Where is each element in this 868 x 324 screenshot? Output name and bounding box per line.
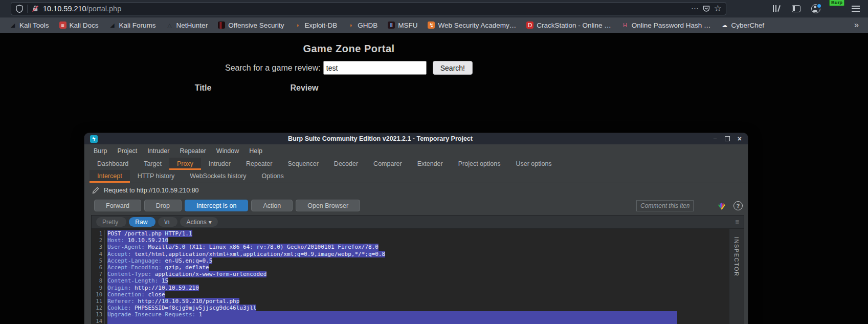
view-control-pill[interactable]: Raw: [129, 217, 155, 227]
line-number: 2: [92, 237, 104, 244]
intercept-action-button[interactable]: Open Browser: [296, 200, 360, 211]
bookmarks-overflow-chevron[interactable]: »: [854, 20, 859, 30]
bookmark-item[interactable]: D CrackStation - Online …: [521, 17, 616, 33]
line-number: 11: [92, 298, 104, 305]
view-control-pill[interactable]: Pretty: [96, 217, 126, 227]
request-line[interactable]: 14: [92, 318, 729, 324]
search-form: Search for a game review: Search!: [0, 61, 698, 75]
bookmark-label: Kali Forums: [119, 21, 156, 29]
account-icon[interactable]: [811, 4, 820, 13]
editor-settings-icon[interactable]: ≡: [735, 218, 739, 226]
main-tab[interactable]: Proxy: [169, 158, 201, 170]
request-line[interactable]: 13 Upgrade-Insecure-Requests: 1: [92, 311, 729, 318]
minimize-button[interactable]: −: [713, 135, 717, 143]
search-button[interactable]: Search!: [433, 61, 473, 75]
http-request-editor[interactable]: 1 POST /portal.php HTTP/1.1 2 Host: 10.1…: [92, 229, 729, 324]
menu-item[interactable]: Repeater: [174, 147, 211, 155]
maximize-button[interactable]: [725, 136, 730, 141]
bookmark-item[interactable]: Ⅱ MSFU: [383, 17, 422, 33]
view-control-pill[interactable]: \n: [158, 217, 177, 227]
request-line[interactable]: 2 Host: 10.10.59.210: [92, 237, 729, 244]
request-line[interactable]: 9 Origin: http://10.10.59.210: [92, 285, 729, 291]
request-line[interactable]: 6 Accept-Encoding: gzip, deflate: [92, 264, 729, 271]
shield-permissions-icon[interactable]: [15, 5, 24, 13]
pocket-icon[interactable]: [702, 5, 710, 13]
main-tab[interactable]: Decoder: [326, 158, 366, 170]
sub-tab[interactable]: WebSockets history: [182, 170, 254, 183]
main-tab[interactable]: Comparer: [366, 158, 410, 170]
page-actions-icon[interactable]: ⋯: [691, 5, 699, 12]
request-line[interactable]: 11 Referer: http://10.10.59.210/portal.p…: [92, 298, 729, 305]
url-bar[interactable]: 10.10.59.210/portal.php ⋯ ☆: [11, 2, 726, 15]
bookmark-item[interactable]: ☁ CyberChef: [716, 17, 769, 33]
burp-titlebar[interactable]: ϟ Burp Suite Community Edition v2021.2.1…: [84, 133, 748, 144]
inspector-sidebar[interactable]: INSPECTOR: [729, 229, 744, 324]
line-text: Accept-Language: en-US,en;q=0.5: [104, 257, 729, 264]
sidebar-toggle-icon[interactable]: [792, 5, 800, 12]
menu-item[interactable]: Project: [112, 147, 142, 155]
menu-item[interactable]: Window: [211, 147, 244, 155]
line-number: 13: [92, 311, 104, 318]
main-tab[interactable]: Sequencer: [280, 158, 326, 170]
pill-label: Raw: [135, 219, 147, 226]
sub-tab[interactable]: HTTP history: [130, 170, 183, 183]
websec-academy-icon: ↯: [428, 21, 435, 29]
line-number: 12: [92, 305, 104, 311]
request-line[interactable]: 8 Content-Length: 15: [92, 277, 729, 284]
menu-item[interactable]: Help: [244, 147, 268, 155]
main-tab[interactable]: Repeater: [238, 158, 280, 170]
close-button[interactable]: ×: [738, 135, 742, 143]
bookmark-item[interactable]: ≡ Kali Docs: [54, 17, 104, 33]
bookmark-item[interactable]: ◗ GHDB: [342, 17, 383, 33]
comment-input[interactable]: [636, 200, 694, 211]
window-controls: − ×: [713, 133, 742, 144]
menu-item[interactable]: Burp: [88, 147, 112, 155]
line-text: User-Agent: Mozilla/5.0 (X11; Linux x86_…: [104, 244, 729, 250]
request-line[interactable]: 5 Accept-Language: en-US,en;q=0.5: [92, 257, 729, 264]
request-line[interactable]: 1 POST /portal.php HTTP/1.1: [92, 230, 729, 237]
intercept-action-button[interactable]: Intercept is on: [185, 200, 249, 211]
request-line[interactable]: 12 Cookie: PHPSESSID=f8cjg9mjv5jjscg9dc4…: [92, 305, 729, 311]
intercept-action-button[interactable]: Drop: [144, 200, 182, 211]
line-number: 6: [92, 264, 104, 271]
main-tab[interactable]: Extender: [410, 158, 451, 170]
request-line[interactable]: 10 Connection: close: [92, 291, 729, 298]
request-line[interactable]: 7 Content-Type: application/x-www-form-u…: [92, 271, 729, 277]
sub-tab[interactable]: Intercept: [90, 170, 130, 183]
bookmark-item[interactable]: H Online Password Hash …: [616, 17, 716, 33]
editor-view-toolbar: PrettyRaw\nActions▾ ≡: [92, 215, 744, 229]
intercept-action-button[interactable]: Forward: [94, 200, 141, 211]
proxy-extension-icon[interactable]: Burp: [831, 4, 841, 13]
request-line[interactable]: 3 User-Agent: Mozilla/5.0 (X11; Linux x8…: [92, 244, 729, 250]
main-tab[interactable]: Target: [136, 158, 169, 170]
bookmark-item[interactable]: ▌ Offensive Security: [213, 17, 289, 33]
search-input[interactable]: [323, 61, 427, 75]
url-text[interactable]: 10.10.59.210/portal.php: [43, 5, 121, 13]
bookmark-item[interactable]: △ NetHunter: [161, 17, 213, 33]
chevron-down-icon: ▾: [209, 219, 212, 226]
nethunter-icon: △: [166, 21, 173, 29]
main-tab[interactable]: Dashboard: [90, 158, 136, 170]
menu-item[interactable]: Intruder: [142, 147, 174, 155]
main-tab[interactable]: Project options: [451, 158, 508, 170]
line-text: Host: 10.10.59.210: [104, 237, 729, 244]
library-icon[interactable]: [772, 5, 781, 12]
intercept-action-button[interactable]: Action: [251, 200, 293, 211]
highlight-color-fan-icon[interactable]: [717, 202, 726, 210]
insecure-lock-icon[interactable]: [31, 5, 39, 13]
line-number: 9: [92, 285, 104, 291]
menu-hamburger-icon[interactable]: [852, 6, 860, 7]
bookmark-item[interactable]: ◢ Kali Tools: [4, 17, 54, 33]
main-tab[interactable]: User options: [508, 158, 559, 170]
sub-tab[interactable]: Options: [254, 170, 292, 183]
request-line[interactable]: 4 Accept: text/html,application/xhtml+xm…: [92, 251, 729, 257]
line-number: 5: [92, 257, 104, 264]
bookmark-item[interactable]: ↯ Web Security Academy…: [422, 17, 521, 33]
main-tab[interactable]: Intruder: [201, 158, 238, 170]
web-page: Game Zone Portal Search for a game revie…: [0, 33, 868, 324]
bookmark-item[interactable]: ◢ Kali Forums: [104, 17, 161, 33]
bookmark-item[interactable]: ◗ Exploit-DB: [289, 17, 342, 33]
view-control-pill[interactable]: Actions▾: [180, 217, 217, 227]
bookmark-star-icon[interactable]: ☆: [714, 4, 722, 13]
help-icon[interactable]: ?: [733, 201, 743, 210]
